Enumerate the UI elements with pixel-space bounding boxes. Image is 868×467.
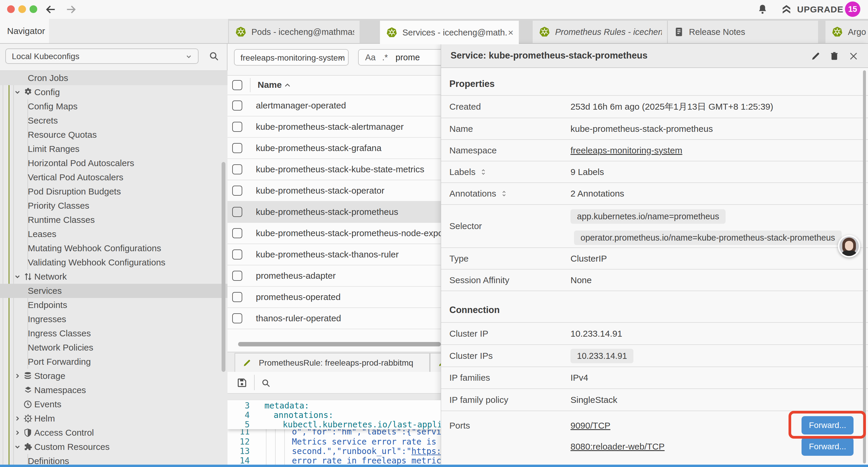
sidebar-item[interactable]: Priority Classes bbox=[0, 199, 227, 213]
table-row[interactable]: kube-prometheus-stack-grafana bbox=[227, 138, 441, 159]
editor-tab-partial[interactable] bbox=[430, 353, 441, 372]
delete-trash-icon[interactable] bbox=[829, 50, 840, 61]
namespace-link[interactable]: freeleaps-monitoring-system bbox=[570, 145, 682, 155]
sidebar-item[interactable]: Validating Webhook Configurations bbox=[0, 255, 227, 269]
chevron-down-icon[interactable] bbox=[13, 272, 23, 281]
profile-badge[interactable]: 15 bbox=[845, 1, 860, 17]
search-input[interactable]: Aa .* prome bbox=[358, 49, 441, 66]
row-checkbox[interactable] bbox=[232, 185, 242, 196]
table-row[interactable]: kube-prometheus-stack-operator bbox=[227, 180, 441, 202]
tab-navigator[interactable]: Navigator bbox=[0, 19, 49, 43]
row-checkbox[interactable] bbox=[232, 292, 242, 302]
sidebar-item[interactable]: Port Forwarding bbox=[0, 355, 227, 369]
port-link[interactable]: 8080:reloader-web/TCP bbox=[570, 442, 665, 451]
regex-toggle[interactable]: .* bbox=[382, 53, 388, 62]
sidebar-item[interactable]: Leases bbox=[0, 227, 227, 241]
horizontal-scrollbar[interactable] bbox=[238, 342, 441, 346]
tab[interactable]: Services - icecheng@math... × bbox=[380, 21, 519, 44]
avatar[interactable] bbox=[838, 235, 860, 258]
save-icon[interactable] bbox=[236, 377, 248, 388]
sidebar-item[interactable]: Runtime Classes bbox=[0, 213, 227, 227]
sidebar-item[interactable]: Network bbox=[0, 269, 227, 284]
sidebar-item[interactable]: Resource Quotas bbox=[0, 128, 227, 142]
upgrade-button[interactable]: UPGRADE bbox=[780, 3, 843, 16]
sidebar-item[interactable]: Secrets bbox=[0, 114, 227, 128]
forward-icon[interactable] bbox=[65, 4, 77, 16]
forward-button[interactable]: Forward... bbox=[802, 437, 854, 456]
row-checkbox[interactable] bbox=[232, 122, 242, 132]
editor-tab[interactable]: PrometheusRule: freeleaps-prod-rabbitmq bbox=[235, 353, 430, 372]
window-close-button[interactable] bbox=[7, 5, 15, 13]
port-link[interactable]: 9090/TCP bbox=[570, 420, 610, 431]
sidebar-item[interactable]: Config bbox=[0, 85, 227, 99]
column-header-name[interactable]: Name bbox=[258, 80, 282, 90]
row-checkbox[interactable] bbox=[232, 100, 242, 111]
row-checkbox[interactable] bbox=[232, 228, 242, 238]
table-row[interactable]: prometheus-adapter bbox=[227, 265, 441, 287]
tab[interactable]: Pods - icecheng@mathmas... bbox=[229, 21, 360, 43]
sidebar-item[interactable]: Vertical Pod Autoscalers bbox=[0, 170, 227, 184]
window-maximize-button[interactable] bbox=[30, 5, 37, 13]
chevron-right-icon[interactable] bbox=[13, 428, 23, 437]
sidebar-scrollbar[interactable] bbox=[222, 162, 225, 372]
sidebar-item[interactable]: Definitions bbox=[0, 454, 227, 465]
table-row[interactable]: kube-prometheus-stack-alertmanager bbox=[227, 116, 441, 138]
match-case-toggle[interactable]: Aa bbox=[365, 53, 375, 62]
table-row[interactable]: kube-prometheus-stack-thanos-ruler bbox=[227, 244, 441, 265]
table-row[interactable]: alertmanager-operated bbox=[227, 95, 441, 116]
editor-search-icon[interactable] bbox=[260, 378, 271, 388]
sidebar-item[interactable]: Pod Disruption Budgets bbox=[0, 184, 227, 199]
drawer-scrollbar[interactable] bbox=[863, 70, 866, 463]
row-checkbox[interactable] bbox=[232, 250, 242, 260]
property-row-annotations: Annotations 2 Annotations bbox=[441, 182, 868, 204]
table-row[interactable]: prometheus-operated bbox=[227, 287, 441, 308]
kubeconfig-selector[interactable]: Local Kubeconfigs bbox=[5, 49, 198, 64]
sidebar-item[interactable]: Network Policies bbox=[0, 341, 227, 355]
sidebar-item[interactable]: Horizontal Pod Autoscalers bbox=[0, 156, 227, 170]
sidebar-item[interactable]: Access Control bbox=[0, 426, 227, 440]
chevron-right-icon[interactable] bbox=[13, 372, 23, 380]
select-all-checkbox[interactable] bbox=[232, 80, 242, 90]
window-minimize-button[interactable] bbox=[18, 5, 26, 13]
sidebar-item[interactable]: Events bbox=[0, 397, 227, 411]
tab[interactable]: Release Notes bbox=[667, 21, 818, 43]
search-icon[interactable] bbox=[208, 50, 220, 62]
sidebar-item[interactable]: Endpoints bbox=[0, 298, 227, 312]
tab[interactable]: Argo Se bbox=[826, 21, 868, 43]
sidebar-item[interactable]: Services bbox=[0, 284, 227, 298]
chevron-down-icon[interactable] bbox=[13, 88, 23, 97]
row-checkbox[interactable] bbox=[232, 271, 242, 281]
table-row[interactable]: kube-prometheus-stack-kube-state-metrics bbox=[227, 159, 441, 180]
notifications-bell-icon[interactable] bbox=[756, 3, 769, 16]
close-icon[interactable] bbox=[848, 51, 859, 61]
back-icon[interactable] bbox=[45, 4, 57, 16]
sidebar-item[interactable]: Cron Jobs bbox=[0, 71, 227, 85]
sidebar-item[interactable]: Ingresses bbox=[0, 312, 227, 326]
sidebar-item[interactable]: Namespaces bbox=[0, 383, 227, 397]
row-checkbox[interactable] bbox=[232, 164, 242, 174]
namespace-filter-select[interactable]: freeleaps-monitoring-system bbox=[234, 49, 349, 66]
property-row-created: Created 253d 16h 6m ago (2025年1月13日 GMT+… bbox=[441, 95, 868, 118]
sort-updown-icon[interactable] bbox=[479, 168, 487, 176]
yaml-editor[interactable]: 11 o","for":"hm","labels":{"service": 12… bbox=[227, 400, 441, 465]
tab-close-icon[interactable]: × bbox=[508, 27, 514, 38]
edit-pencil-icon[interactable] bbox=[810, 51, 821, 61]
row-checkbox[interactable] bbox=[232, 143, 242, 153]
line-number: 12 bbox=[227, 437, 250, 447]
chevron-down-icon[interactable] bbox=[13, 442, 23, 451]
sidebar-item[interactable]: Storage bbox=[0, 369, 227, 383]
tab[interactable]: Prometheus Rules - icecheng... bbox=[533, 21, 667, 43]
sidebar-item[interactable]: Ingress Classes bbox=[0, 326, 227, 341]
sidebar-item[interactable]: Custom Resources bbox=[0, 440, 227, 454]
table-row[interactable]: thanos-ruler-operated bbox=[227, 308, 441, 329]
sidebar-item[interactable]: Mutating Webhook Configurations bbox=[0, 241, 227, 255]
sidebar-item[interactable]: Config Maps bbox=[0, 99, 227, 114]
chevron-right-icon[interactable] bbox=[13, 414, 23, 423]
row-checkbox[interactable] bbox=[232, 207, 242, 217]
sort-updown-icon[interactable] bbox=[500, 190, 508, 198]
table-row[interactable]: kube-prometheus-stack-prometheus bbox=[227, 202, 441, 223]
sidebar-item[interactable]: Limit Ranges bbox=[0, 142, 227, 156]
sidebar-item[interactable]: Helm bbox=[0, 411, 227, 426]
row-checkbox[interactable] bbox=[232, 313, 242, 323]
table-row[interactable]: kube-prometheus-stack-prometheus-node-ex… bbox=[227, 223, 441, 244]
